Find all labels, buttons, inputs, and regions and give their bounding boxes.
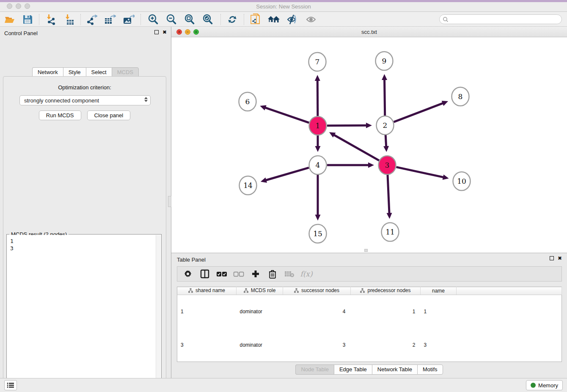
divider-handle[interactable] xyxy=(168,196,171,207)
arrowhead-icon xyxy=(443,174,449,180)
column-header-successor-nodes[interactable]: successor nodes xyxy=(283,287,351,295)
deselect-all-icon[interactable] xyxy=(233,268,244,279)
column-header-name[interactable]: name xyxy=(421,287,457,295)
export-network-icon[interactable] xyxy=(85,14,98,25)
column-header-mcds-role[interactable]: MCDS role xyxy=(237,287,283,295)
network-view-window: × − + scc.txt 1234678910111415 xyxy=(171,27,567,253)
graph-node-label: 1 xyxy=(316,121,320,130)
delete-table-icon[interactable] xyxy=(284,268,295,279)
import-table-icon[interactable] xyxy=(63,14,75,25)
column-header-shared-name[interactable]: shared name xyxy=(177,287,237,295)
control-panel: Control Panel ✖ Network Style Select MCD… xyxy=(0,27,171,378)
add-row-icon[interactable] xyxy=(250,268,261,279)
graph-node-label: 3 xyxy=(385,161,390,169)
zoom-in-icon[interactable] xyxy=(147,14,160,25)
network-graph[interactable]: 1234678910111415 xyxy=(171,37,567,253)
close-panel-icon[interactable]: ✖ xyxy=(162,30,167,35)
table-panel-title: Table Panel xyxy=(177,257,206,263)
export-image-icon[interactable] xyxy=(122,14,135,25)
graph-node-label: 10 xyxy=(457,177,466,185)
memory-label: Memory xyxy=(538,382,558,389)
split-resize-grip[interactable] xyxy=(364,249,368,252)
result-scrollbar[interactable] xyxy=(156,235,161,391)
column-header-empty xyxy=(457,287,562,295)
graph-node-label: 8 xyxy=(458,92,463,101)
float-panel-icon[interactable] xyxy=(154,30,159,34)
show-graphics-icon[interactable] xyxy=(305,14,317,25)
network-file-icon[interactable] xyxy=(249,14,262,25)
hierarchy-icon xyxy=(188,288,193,293)
mcds-result-item: 3 xyxy=(10,245,161,252)
tab-network-table[interactable]: Network Table xyxy=(372,364,417,375)
function-icon[interactable]: f(x) xyxy=(301,268,312,279)
memory-button[interactable]: Memory xyxy=(526,380,563,390)
graph-edge-1-2[interactable] xyxy=(327,125,367,126)
network-titlebar[interactable]: × − + scc.txt xyxy=(171,27,567,37)
task-list-icon[interactable] xyxy=(4,380,17,390)
search-input[interactable] xyxy=(450,17,561,22)
delete-row-icon[interactable] xyxy=(267,268,278,279)
search-field[interactable] xyxy=(439,14,562,24)
arrowhead-icon xyxy=(315,75,320,81)
graph-edge-3-10[interactable] xyxy=(396,167,444,177)
mcds-result-box: MCDS result (2 nodes) 1 3 xyxy=(6,234,162,392)
main-toolbar xyxy=(0,12,567,27)
graph-edge-4-14[interactable] xyxy=(265,168,309,180)
home-networks-icon[interactable] xyxy=(267,14,280,25)
chevron-updown-icon xyxy=(144,97,148,102)
close-panel-button[interactable]: Close panel xyxy=(87,110,131,120)
arrowhead-icon xyxy=(368,163,374,168)
search-icon xyxy=(443,17,449,22)
criterion-value: strongly connected component xyxy=(24,97,99,104)
control-panel-title: Control Panel xyxy=(4,30,38,36)
graph-node-label: 14 xyxy=(243,181,253,190)
float-table-panel-icon[interactable] xyxy=(550,256,554,260)
graph-edge-1-6[interactable] xyxy=(265,108,309,123)
graph-edge-2-3[interactable] xyxy=(385,135,386,147)
graph-edge-2-8[interactable] xyxy=(394,103,443,122)
graph-node-label: 2 xyxy=(383,121,388,130)
save-icon[interactable] xyxy=(21,14,34,25)
graph-node-label: 9 xyxy=(382,57,387,65)
run-mcds-button[interactable]: Run MCDS xyxy=(39,110,81,120)
table-toolbar: f(x) xyxy=(177,266,562,282)
zoom-selected-icon[interactable] xyxy=(201,14,214,25)
table-row[interactable]: 1dominator 41 1 xyxy=(177,295,562,329)
mcds-panel: Optimization criterion: strongly connect… xyxy=(3,76,166,392)
memory-status-icon xyxy=(531,383,536,388)
optimization-criterion-label: Optimization criterion: xyxy=(3,84,166,91)
graph-edge-3-1[interactable] xyxy=(333,135,379,160)
arrowhead-icon xyxy=(387,213,392,219)
open-folder-icon[interactable] xyxy=(3,14,16,25)
arrowhead-icon xyxy=(260,105,266,110)
hide-graphics-icon[interactable] xyxy=(286,14,299,25)
zoom-out-icon[interactable] xyxy=(165,14,178,25)
table-row[interactable]: 3dominator 32 3 xyxy=(177,329,562,362)
node-table[interactable]: shared name MCDS role successor nodes pr… xyxy=(177,287,562,362)
status-bar: Memory xyxy=(0,378,567,392)
tab-edge-table[interactable]: Edge Table xyxy=(334,364,372,375)
tab-motifs[interactable]: Motifs xyxy=(417,364,443,375)
gear-icon[interactable] xyxy=(182,268,193,279)
close-table-panel-icon[interactable]: ✖ xyxy=(558,256,562,261)
graph-edge-1-7[interactable] xyxy=(317,80,318,116)
zoom-fit-icon[interactable] xyxy=(183,14,196,25)
graph-node-label: 6 xyxy=(245,97,250,106)
mcds-result-list[interactable]: 1 3 xyxy=(7,235,161,391)
refresh-icon[interactable] xyxy=(226,14,239,25)
tab-node-table[interactable]: Node Table xyxy=(295,364,334,375)
arrowhead-icon xyxy=(315,215,321,221)
hierarchy-icon xyxy=(244,288,248,293)
toolbar-separator xyxy=(140,14,141,25)
graph-edge-3-11[interactable] xyxy=(388,174,389,214)
graph-edge-2-9[interactable] xyxy=(385,79,385,116)
select-all-icon[interactable] xyxy=(216,268,227,279)
columns-icon[interactable] xyxy=(199,268,210,279)
import-network-icon[interactable] xyxy=(44,14,57,25)
export-table-icon[interactable] xyxy=(104,14,116,25)
criterion-dropdown[interactable]: strongly connected component xyxy=(19,95,151,105)
arrowhead-icon xyxy=(315,146,321,152)
toolbar-separator xyxy=(244,14,244,25)
network-canvas[interactable]: 1234678910111415 xyxy=(171,37,567,253)
column-header-predecessor-nodes[interactable]: predecessor nodes xyxy=(351,287,421,295)
